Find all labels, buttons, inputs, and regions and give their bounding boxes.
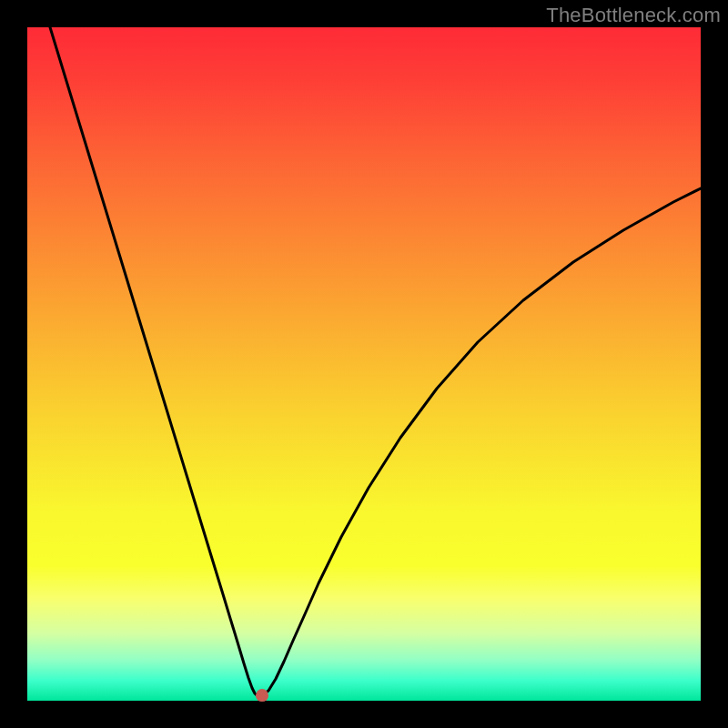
watermark-text: TheBottleneck.com xyxy=(546,4,721,27)
curve-svg xyxy=(27,27,701,701)
chart-plot-area xyxy=(27,27,701,701)
bottleneck-curve xyxy=(50,27,701,695)
minimum-marker xyxy=(256,689,268,702)
